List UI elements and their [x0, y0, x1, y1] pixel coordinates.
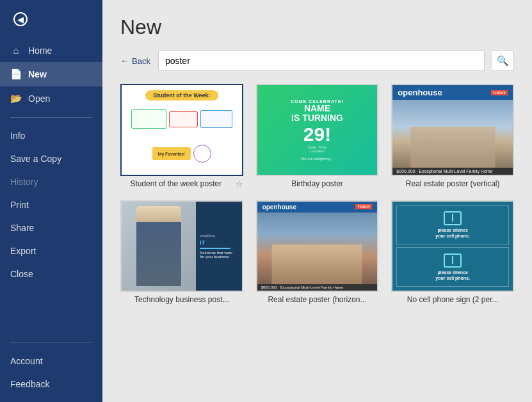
back-link[interactable]: ← Back	[120, 56, 150, 66]
template-card-cellphone[interactable]: please silenceyour cell phone. please si…	[391, 200, 514, 305]
sidebar-bottom: Account Feedback	[0, 350, 102, 396]
sidebar-item-feedback[interactable]: Feedback	[0, 373, 102, 396]
pin-icon-student[interactable]: ☆	[236, 179, 243, 189]
sidebar-item-info[interactable]: Info	[0, 124, 102, 147]
template-preview-realestate-h: openhouse TODAY $000,000 · Exceptional M…	[256, 200, 379, 293]
template-label-realestate-v: Real estate poster (vertical)	[391, 179, 514, 188]
template-preview-tech: simplifying IT Solutions that work for y…	[120, 200, 243, 293]
history-label: History	[10, 177, 38, 187]
sidebar-item-label: New	[28, 69, 47, 79]
template-label-row-realestate-h: Real estate poster (horizon...	[256, 295, 379, 304]
template-label-row-tech: Technology business post...	[120, 295, 243, 304]
home-icon: ⌂	[10, 45, 22, 56]
template-card-realestate-h[interactable]: openhouse TODAY $000,000 · Exceptional M…	[256, 200, 379, 305]
template-label-row-birthday: Birthday poster	[256, 179, 379, 188]
template-label-birthday: Birthday poster	[256, 179, 379, 188]
sidebar-item-account[interactable]: Account	[0, 350, 102, 373]
sidebar: ◀ ⌂ Home 📄 New 📂 Open Info Save a Copy H…	[0, 0, 102, 402]
template-preview-birthday: COME CELEBRATE! NAMEIS TURNING 29! Date,…	[256, 84, 379, 176]
back-arrow-icon: ←	[120, 56, 129, 66]
sidebar-item-new[interactable]: 📄 New	[0, 62, 102, 86]
main-content: New ← Back 🔍 Student of the Week: My Fav…	[102, 0, 532, 402]
sidebar-item-home[interactable]: ⌂ Home	[0, 38, 102, 62]
template-label-realestate-h: Real estate poster (horizon...	[256, 295, 379, 304]
save-copy-label: Save a Copy	[10, 154, 61, 164]
sidebar-item-label: Home	[28, 45, 52, 56]
sidebar-spacer	[0, 285, 102, 336]
template-grid: Student of the Week: My Favorites! Stude…	[120, 84, 514, 304]
sidebar-divider-2	[10, 342, 92, 343]
print-label: Print	[10, 200, 29, 210]
search-button[interactable]: 🔍	[492, 51, 514, 71]
template-label-row-realestate-v: Real estate poster (vertical)	[391, 179, 514, 188]
back-label: Back	[132, 56, 150, 66]
sidebar-divider-1	[10, 117, 92, 118]
sidebar-back-button[interactable]: ◀	[8, 6, 33, 32]
template-label-row-cellphone: No cell phone sign (2 per...	[391, 295, 514, 304]
sidebar-item-share[interactable]: Share	[0, 216, 102, 239]
template-card-tech[interactable]: simplifying IT Solutions that work for y…	[120, 200, 243, 305]
open-folder-icon: 📂	[10, 93, 22, 104]
template-label-student: Student of the week poster	[120, 179, 232, 188]
page-title: New	[120, 15, 514, 39]
template-card-realestate-v[interactable]: openhouse TODAY $000,000 · Exceptional M…	[391, 84, 514, 189]
template-label-row-student: Student of the week poster ☆	[120, 179, 243, 189]
template-label-tech: Technology business post...	[120, 295, 243, 304]
info-label: Info	[10, 131, 25, 141]
template-card-birthday[interactable]: COME CELEBRATE! NAMEIS TURNING 29! Date,…	[256, 84, 379, 189]
sidebar-item-save-copy[interactable]: Save a Copy	[0, 147, 102, 170]
back-circle-icon: ◀	[13, 12, 28, 26]
search-icon: 🔍	[497, 55, 509, 67]
export-label: Export	[10, 246, 36, 256]
sidebar-item-print[interactable]: Print	[0, 193, 102, 216]
sidebar-item-open[interactable]: 📂 Open	[0, 86, 102, 111]
template-card-student[interactable]: Student of the Week: My Favorites! Stude…	[120, 84, 243, 189]
feedback-label: Feedback	[10, 379, 49, 389]
share-label: Share	[10, 223, 34, 233]
sidebar-item-label: Open	[28, 93, 50, 104]
template-preview-student: Student of the Week: My Favorites!	[120, 84, 243, 176]
template-label-cellphone: No cell phone sign (2 per...	[391, 295, 514, 304]
search-bar-row: ← Back 🔍	[120, 51, 514, 71]
sidebar-item-history: History	[0, 170, 102, 193]
account-label: Account	[10, 356, 43, 366]
template-preview-cellphone: please silenceyour cell phone. please si…	[391, 200, 514, 293]
template-preview-realestate-v: openhouse TODAY $000,000 · Exceptional M…	[391, 84, 514, 176]
sidebar-item-close[interactable]: Close	[0, 262, 102, 285]
new-doc-icon: 📄	[10, 68, 22, 80]
search-input[interactable]	[158, 51, 485, 71]
close-label: Close	[10, 269, 33, 279]
sidebar-item-export[interactable]: Export	[0, 239, 102, 262]
